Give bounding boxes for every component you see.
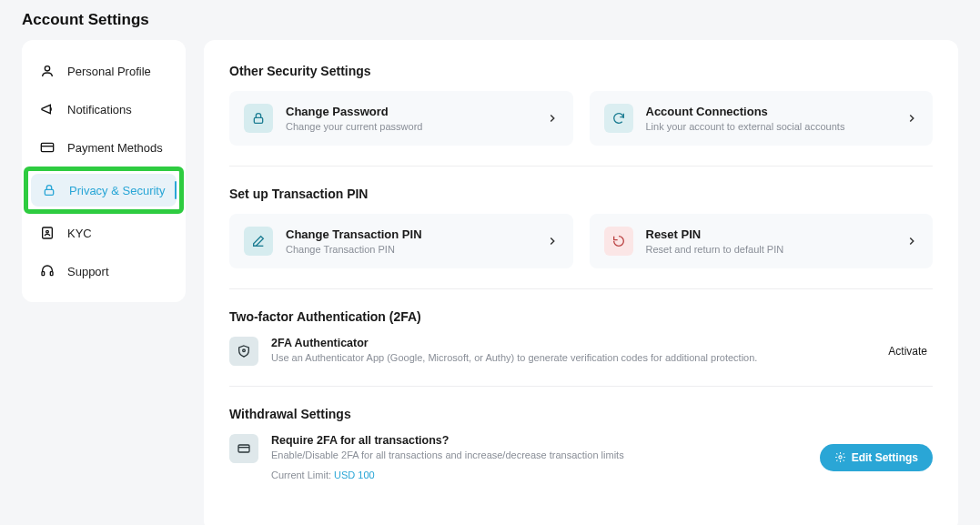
svg-rect-2 [45, 189, 53, 195]
card-icon [229, 434, 258, 463]
section-transaction-pin: Set up Transaction PIN Change Transactio… [229, 187, 933, 289]
sidebar-item-label: Support [67, 265, 109, 278]
headset-icon [40, 264, 55, 278]
edit-settings-button[interactable]: Edit Settings [820, 444, 933, 471]
sync-icon [604, 104, 633, 133]
section-heading: Set up Transaction PIN [229, 187, 933, 201]
shield-icon [229, 337, 258, 366]
card-sub: Link your account to external social acc… [646, 121, 894, 132]
reset-icon [604, 227, 633, 256]
sidebar-item-label: Payment Methods [67, 141, 163, 155]
svg-point-8 [243, 349, 246, 352]
card-title: Change Password [286, 105, 533, 118]
current-limit: Current Limit: USD 100 [271, 469, 807, 480]
card-account-connections[interactable]: Account Connections Link your account to… [590, 91, 934, 146]
card-title: Change Transaction PIN [286, 227, 533, 241]
chevron-right-icon [546, 235, 559, 247]
sidebar-item-label: Personal Profile [67, 65, 151, 78]
card-icon [40, 140, 55, 155]
sidebar-item-privacy-security[interactable]: Privacy & Security [31, 174, 177, 207]
lock-icon [42, 183, 56, 197]
section-heading: Other Security Settings [229, 64, 933, 78]
section-other-security: Other Security Settings Change Password … [229, 64, 933, 167]
svg-rect-9 [238, 445, 249, 452]
section-heading: Withdrawal Settings [229, 407, 933, 421]
tutorial-highlight: Privacy & Security [24, 167, 184, 214]
megaphone-icon [40, 102, 55, 116]
svg-point-10 [839, 456, 842, 459]
edit-settings-label: Edit Settings [852, 451, 918, 464]
edit-icon [244, 227, 273, 256]
svg-rect-5 [42, 272, 45, 276]
sidebar-item-label: Notifications [67, 103, 132, 116]
current-limit-value: USD 100 [334, 469, 375, 480]
svg-point-4 [46, 230, 49, 233]
main-panel: Other Security Settings Change Password … [204, 40, 958, 525]
id-badge-icon [40, 226, 55, 240]
entry-title: 2FA Authenticator [271, 337, 870, 349]
current-limit-label: Current Limit: [271, 469, 334, 480]
lock-icon [244, 104, 273, 133]
card-change-transaction-pin[interactable]: Change Transaction PIN Change Transactio… [229, 214, 573, 268]
entry-title: Require 2FA for all transactions? [271, 434, 807, 447]
card-sub: Change Transaction PIN [286, 244, 533, 255]
card-sub: Reset and return to default PIN [646, 244, 894, 255]
entry-sub: Enable/Disable 2FA for all transactions … [271, 449, 807, 460]
card-title: Account Connections [646, 105, 894, 118]
sidebar: Personal Profile Notifications Payment M… [22, 40, 186, 302]
card-title: Reset PIN [646, 227, 894, 241]
activate-2fa-button[interactable]: Activate [883, 341, 933, 361]
svg-rect-7 [254, 117, 262, 123]
chevron-right-icon [546, 112, 559, 125]
user-icon [40, 64, 55, 78]
chevron-right-icon [905, 112, 918, 125]
page-title: Account Settings [22, 11, 958, 29]
sidebar-item-label: Privacy & Security [69, 184, 165, 197]
card-reset-pin[interactable]: Reset PIN Reset and return to default PI… [590, 214, 934, 268]
section-withdrawal-settings: Withdrawal Settings Require 2FA for all … [229, 407, 933, 480]
card-sub: Change your current password [286, 121, 533, 132]
svg-rect-1 [41, 143, 53, 151]
section-heading: Two-factor Authentication (2FA) [229, 309, 933, 324]
sidebar-item-support[interactable]: Support [29, 255, 178, 288]
sidebar-item-kyc[interactable]: KYC [29, 217, 178, 249]
gear-icon [834, 451, 846, 463]
sidebar-item-label: KYC [67, 227, 92, 240]
chevron-right-icon [905, 235, 918, 247]
sidebar-item-personal-profile[interactable]: Personal Profile [29, 55, 178, 87]
sidebar-item-payment-methods[interactable]: Payment Methods [29, 131, 178, 164]
svg-rect-6 [50, 272, 53, 276]
card-change-password[interactable]: Change Password Change your current pass… [229, 91, 573, 146]
sidebar-item-notifications[interactable]: Notifications [29, 93, 178, 126]
section-two-factor-auth: Two-factor Authentication (2FA) 2FA Auth… [229, 309, 933, 387]
entry-sub: Use an Authenticator App (Google, Micros… [271, 352, 870, 363]
svg-point-0 [45, 66, 49, 71]
